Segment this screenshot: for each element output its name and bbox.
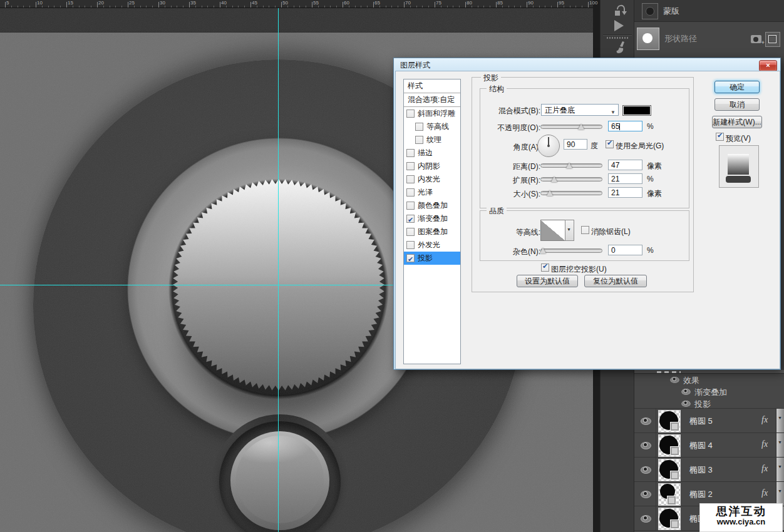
effects-header-row[interactable]: 效果 — [634, 374, 784, 386]
contour-picker[interactable] — [540, 220, 565, 241]
layer-row[interactable]: 椭圆 3 fx — [634, 457, 784, 482]
noise-slider[interactable] — [540, 248, 602, 253]
layer-row[interactable]: 椭圆 4 fx — [634, 432, 784, 458]
style-item-contour[interactable]: 等高线 — [404, 120, 460, 133]
distance-input[interactable]: 47 — [608, 160, 642, 170]
visibility-eye-icon[interactable] — [641, 442, 651, 449]
masks-panel-header[interactable]: 蒙版 — [634, 0, 784, 22]
slider-thumb[interactable] — [540, 248, 546, 253]
new-style-button[interactable]: 新建样式(W)... — [712, 116, 762, 128]
visibility-eye-icon[interactable] — [641, 515, 651, 523]
slider-thumb[interactable] — [566, 163, 572, 168]
play-icon[interactable] — [614, 20, 624, 31]
masks-panel-title: 蒙版 — [663, 6, 679, 17]
angle-input[interactable]: 90 — [564, 139, 587, 150]
style-item-satin[interactable]: 光泽 — [404, 186, 460, 199]
contour-dropdown-arrow[interactable] — [565, 220, 574, 241]
blending-options-item[interactable]: 混合选项:自定 — [404, 93, 460, 107]
cancel-button[interactable]: 取消 — [714, 98, 760, 111]
distance-unit: 像素 — [647, 161, 662, 171]
checkbox-checked[interactable] — [406, 254, 415, 262]
opacity-input[interactable]: 65 — [608, 121, 642, 131]
spread-label: 扩展(R): — [485, 175, 540, 186]
layer-name: 椭圆 5 — [689, 416, 713, 427]
shape-path-thumbnail[interactable] — [637, 28, 659, 50]
watermark-line1: 思洋互动 — [700, 506, 782, 518]
noise-input[interactable]: 0 — [608, 245, 642, 255]
angle-dial[interactable] — [537, 135, 560, 157]
collapse-effects-chevron[interactable] — [776, 433, 784, 458]
style-item-pattern-overlay[interactable]: 图案叠加 — [404, 225, 460, 238]
dialog-title[interactable]: 图层样式 — [400, 60, 430, 71]
checkbox[interactable] — [406, 241, 415, 249]
slider-thumb[interactable] — [551, 176, 557, 182]
group-title: 投影 — [481, 73, 501, 83]
brush-icon[interactable] — [614, 40, 628, 58]
layer-row[interactable]: 椭圆 2 fx — [634, 481, 784, 506]
antialias-checkbox[interactable] — [581, 226, 589, 234]
opacity-slider[interactable] — [540, 125, 602, 129]
global-light-label: 使用全局光(G) — [616, 141, 664, 151]
blend-mode-select[interactable]: 正片叠底 — [541, 104, 619, 116]
visibility-eye-icon[interactable] — [681, 389, 690, 395]
layer-thumbnail[interactable] — [658, 508, 681, 530]
visibility-eye-icon[interactable] — [641, 466, 651, 474]
checkbox[interactable] — [406, 110, 415, 118]
add-pixel-mask-button[interactable]: + — [750, 33, 765, 46]
style-item-stroke[interactable]: 描边 — [404, 146, 460, 160]
style-item-texture[interactable]: 纹理 — [404, 133, 460, 146]
preview-checkbox-checked[interactable] — [716, 133, 724, 141]
size-slider[interactable] — [540, 191, 602, 195]
visibility-eye-icon[interactable] — [641, 417, 651, 425]
ok-button[interactable]: 确定 — [714, 81, 760, 93]
layer-thumbnail[interactable] — [658, 459, 681, 481]
collapse-effects-chevron[interactable] — [776, 458, 784, 482]
checkbox[interactable] — [406, 202, 415, 210]
spread-input[interactable]: 21 — [608, 173, 642, 184]
visibility-eye-icon[interactable] — [670, 377, 679, 383]
layer-thumbnail[interactable] — [658, 410, 681, 432]
layer-knockout-checkbox-checked[interactable] — [541, 263, 549, 272]
effect-row-gradient-overlay[interactable]: 渐变叠加 — [634, 386, 784, 397]
horizontal-ruler[interactable]: 5101520253035404550556065707580859095100 — [0, 0, 593, 8]
angle-unit: 度 — [591, 141, 598, 151]
layer-row[interactable]: 椭圆 5 fx — [634, 408, 784, 433]
distance-slider[interactable] — [540, 163, 602, 168]
close-icon[interactable]: × — [759, 60, 777, 71]
reset-default-button[interactable]: 复位为默认值 — [584, 275, 647, 287]
checkbox[interactable] — [406, 188, 415, 197]
style-item-inner-glow[interactable]: 内发光 — [404, 173, 460, 186]
spread-slider[interactable] — [540, 177, 602, 182]
checkbox[interactable] — [406, 162, 415, 170]
shadow-color-swatch[interactable] — [622, 105, 651, 116]
checkbox-checked[interactable] — [406, 215, 415, 223]
style-item-bevel-emboss[interactable]: 斜面和浮雕 — [404, 107, 460, 120]
checkbox[interactable] — [406, 149, 415, 157]
layer-thumbnail[interactable] — [658, 434, 681, 457]
vertical-guide[interactable] — [278, 8, 279, 532]
checkbox[interactable] — [415, 123, 423, 131]
visibility-eye-icon[interactable] — [641, 491, 651, 498]
checkbox[interactable] — [406, 228, 415, 236]
layer-thumbnail[interactable] — [658, 483, 681, 506]
group-title: 结构 — [487, 84, 507, 95]
global-light-checkbox-checked[interactable] — [606, 140, 614, 148]
visibility-eye-icon[interactable] — [681, 401, 690, 407]
add-vector-mask-button[interactable] — [765, 32, 780, 47]
panel-grip-dots[interactable] — [607, 37, 628, 39]
checkbox[interactable] — [415, 136, 423, 144]
style-item-outer-glow[interactable]: 外发光 — [404, 238, 460, 252]
style-item-color-overlay[interactable]: 颜色叠加 — [404, 199, 460, 212]
slider-thumb[interactable] — [547, 190, 553, 196]
slider-thumb[interactable] — [578, 124, 584, 130]
style-item-gradient-overlay[interactable]: 渐变叠加 — [404, 212, 460, 225]
style-item-drop-shadow-selected[interactable]: 投影 — [404, 252, 460, 265]
collapse-effects-chevron[interactable] — [776, 409, 784, 433]
make-default-button[interactable]: 设置为默认值 — [517, 275, 578, 287]
styles-list-header[interactable]: 样式 — [404, 79, 460, 93]
style-item-inner-shadow[interactable]: 内阴影 — [404, 160, 460, 173]
checkbox[interactable] — [406, 175, 415, 183]
history-icon[interactable] — [614, 3, 627, 19]
size-input[interactable]: 21 — [608, 187, 642, 198]
distance-label: 距离(D): — [485, 161, 540, 172]
